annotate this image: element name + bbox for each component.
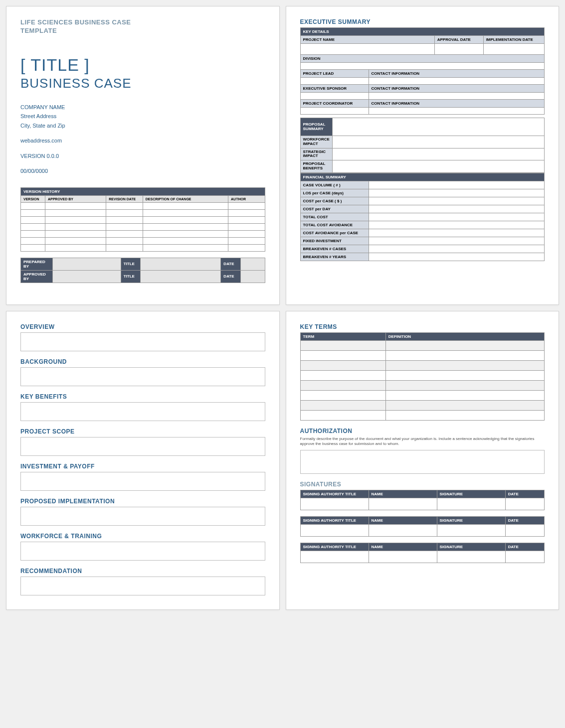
table-row	[21, 223, 265, 230]
vh-col-author: AUTHOR	[228, 195, 265, 202]
sig-col-date: DATE	[505, 490, 544, 498]
table-row	[300, 371, 545, 381]
fin-fixed-investment: FIXED INVESTMENT	[300, 237, 369, 245]
workforce-training-box	[20, 542, 265, 561]
key-terms-table: TERM DEFINITION	[300, 332, 545, 421]
proposed-impl-box	[20, 507, 265, 526]
company-name: COMPANY NAME	[20, 103, 265, 112]
table-row	[21, 230, 265, 237]
project-scope-box	[20, 437, 265, 456]
version-history-table: VERSION HISTORY VERSION APPROVED BY REVI…	[20, 187, 265, 252]
page-4-key-terms: KEY TERMS TERM DEFINITION AUTHORIZATION …	[286, 311, 560, 610]
key-terms-header: KEY TERMS	[300, 323, 545, 330]
table-row	[300, 411, 545, 421]
date-label-2: DATE	[221, 270, 240, 283]
project-scope-header: PROJECT SCOPE	[20, 428, 265, 435]
key-details-header: KEY DETAILS	[300, 28, 545, 36]
fin-cost-per-day: COST per DAY	[300, 205, 369, 213]
key-details-table: KEY DETAILS PROJECT NAME APPROVAL DATE I…	[300, 27, 545, 115]
vh-col-version: VERSION	[21, 195, 45, 202]
page-1-cover: LIFE SCIENCES BUSINESS CASE TEMPLATE [ T…	[6, 6, 280, 305]
fin-case-volume: CASE VOLUME ( # )	[300, 181, 369, 189]
street-address: Street Address	[20, 112, 265, 121]
doc-title: [ TITLE ]	[20, 55, 265, 75]
signatures-header: SIGNATURES	[300, 481, 545, 488]
signature-table-3: SIGNING AUTHORITY TITLE NAME SIGNATURE D…	[300, 543, 545, 563]
overview-header: OVERVIEW	[20, 323, 265, 330]
preparer-table: PREPARED BY TITLE DATE APPROVED BY TITLE…	[20, 258, 265, 283]
authorization-box	[300, 450, 545, 474]
doc-header: LIFE SCIENCES BUSINESS CASE TEMPLATE	[20, 18, 265, 35]
division-label: DIVISION	[300, 55, 545, 63]
version-label: VERSION 0.0.0	[20, 152, 265, 160]
exec-summary-header: EXECUTIVE SUMMARY	[300, 18, 545, 25]
approved-by-label: APPROVED BY	[21, 270, 53, 283]
overview-box	[20, 332, 265, 351]
sig-col-signature: SIGNATURE	[437, 543, 505, 551]
sig-col-title: SIGNING AUTHORITY TITLE	[300, 490, 369, 498]
fin-total-cost: TOTAL COST	[300, 213, 369, 221]
sig-col-title: SIGNING AUTHORITY TITLE	[300, 543, 369, 551]
vh-col-revdate: REVISION DATE	[106, 195, 143, 202]
table-row	[21, 244, 265, 251]
signature-table-1: SIGNING AUTHORITY TITLE NAME SIGNATURE D…	[300, 490, 545, 510]
date-label-1: DATE	[221, 258, 240, 270]
table-row	[300, 498, 545, 510]
vh-col-desc: DESCRIPTION OF CHANGE	[143, 195, 228, 202]
doc-subtitle: BUSINESS CASE	[20, 76, 265, 91]
date-label: 00/00/0000	[20, 167, 265, 175]
sig-col-name: NAME	[369, 490, 437, 498]
proj-coord-label: PROJECT COORDINATOR	[300, 100, 369, 108]
sig-col-date: DATE	[505, 543, 544, 551]
project-lead-label: PROJECT LEAD	[300, 70, 369, 78]
proposal-summary-table: PROPOSAL SUMMARY WORKFORCE IMPACT STRATE…	[300, 118, 545, 173]
sig-col-title: SIGNING AUTHORITY TITLE	[300, 516, 369, 524]
proposed-impl-header: PROPOSED IMPLEMENTATION	[20, 498, 265, 505]
proposal-summary-label: PROPOSAL SUMMARY	[300, 118, 332, 136]
table-row	[21, 209, 265, 216]
fin-total-cost-avoid: TOTAL COST AVOIDANCE	[300, 221, 369, 229]
table-row	[21, 216, 265, 223]
investment-payoff-header: INVESTMENT & PAYOFF	[20, 463, 265, 470]
recommendation-header: RECOMMENDATION	[20, 568, 265, 575]
term-col: TERM	[300, 333, 385, 341]
web-address: webaddress.com	[20, 137, 265, 145]
sig-col-name: NAME	[369, 516, 437, 524]
prepared-by-label: PREPARED BY	[21, 258, 53, 270]
table-row	[21, 237, 265, 244]
key-benefits-header: KEY BENEFITS	[20, 393, 265, 400]
title-label-1: TITLE	[121, 258, 140, 270]
sig-col-signature: SIGNATURE	[437, 490, 505, 498]
title-label-2: TITLE	[121, 270, 140, 283]
sig-col-date: DATE	[505, 516, 544, 524]
doc-header-line2: TEMPLATE	[20, 27, 265, 35]
title-block: [ TITLE ] BUSINESS CASE	[20, 55, 265, 91]
impl-date-label: IMPLEMENTATION DATE	[483, 36, 544, 44]
project-name-label: PROJECT NAME	[300, 36, 434, 44]
table-row	[21, 202, 265, 209]
exec-sponsor-label: EXECUTIVE SPONSOR	[300, 85, 369, 93]
approval-date-label: APPROVAL DATE	[434, 36, 483, 44]
fin-breakeven-cases: BREAKEVEN # CASES	[300, 245, 369, 253]
table-row	[300, 361, 545, 371]
city-state: City, State and Zip	[20, 122, 265, 130]
financial-summary-table: FINANCIAL SUMMARY CASE VOLUME ( # ) LOS …	[300, 173, 545, 261]
background-header: BACKGROUND	[20, 358, 265, 365]
workforce-impact-label: WORKFORCE IMPACT	[300, 136, 332, 148]
fin-breakeven-years: BREAKEVEN # YEARS	[300, 253, 369, 261]
table-row	[300, 391, 545, 401]
contact-info-label-3: CONTACT INFORMATION	[369, 100, 544, 108]
authorization-note: Formally describe the purpose of the doc…	[300, 437, 545, 447]
table-row	[300, 524, 545, 536]
fin-cost-avoid-per-case: COST AVOIDANCE per CASE	[300, 229, 369, 237]
key-benefits-box	[20, 402, 265, 421]
sig-col-signature: SIGNATURE	[437, 516, 505, 524]
vh-col-approved: APPROVED BY	[45, 195, 106, 202]
authorization-header: AUTHORIZATION	[300, 428, 545, 435]
financial-summary-header: FINANCIAL SUMMARY	[300, 173, 545, 181]
doc-header-line1: LIFE SCIENCES BUSINESS CASE	[20, 18, 265, 27]
fin-cost-per-case: COST per CASE ( $ )	[300, 197, 369, 205]
signature-table-2: SIGNING AUTHORITY TITLE NAME SIGNATURE D…	[300, 516, 545, 537]
sig-col-name: NAME	[369, 543, 437, 551]
contact-info-label-2: CONTACT INFORMATION	[369, 85, 544, 93]
